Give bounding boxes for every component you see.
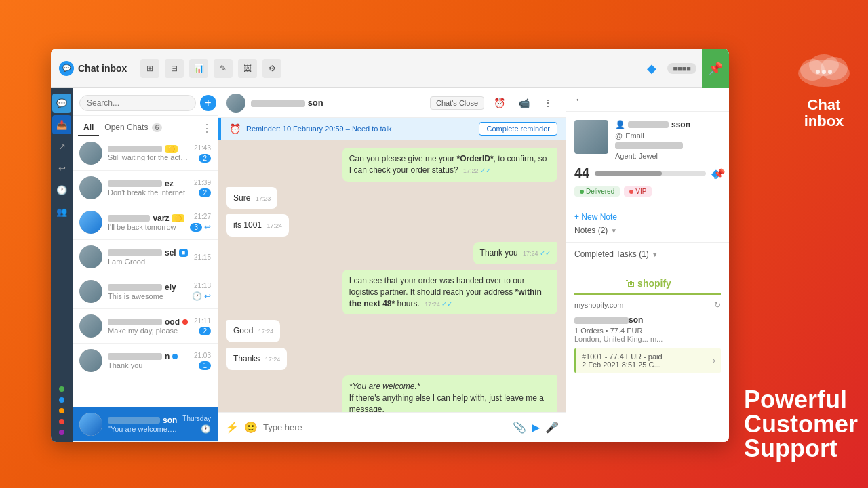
- chat-name: varz 🟡: [108, 214, 184, 223]
- message-received: Sure 17:23: [226, 187, 277, 209]
- sidebar-clock-icon[interactable]: 🕐: [52, 180, 71, 199]
- message-time: 17:22 ✓✓: [463, 167, 491, 174]
- dot-orange: [59, 408, 64, 413]
- chat-list: 🟡 Still waiting for the action 21:43 2 e…: [73, 136, 218, 407]
- add-chat-button[interactable]: +: [200, 95, 216, 111]
- contact-phone: [615, 141, 721, 149]
- blurred-name: [108, 180, 162, 187]
- chat-input-bar: ⚡ 🙂 📎 ▶ 🎤: [218, 412, 566, 442]
- blurred-name: [108, 249, 162, 256]
- selected-chat-item[interactable]: son "You are welcome." If there's an... …: [73, 407, 218, 442]
- blurred-name: [108, 353, 162, 360]
- chat-list-item[interactable]: n Thank you 21:03 1: [73, 344, 218, 378]
- sidebar-back-icon[interactable]: ↩: [52, 159, 71, 178]
- avatar: [79, 280, 102, 303]
- customer-shopify-name: son: [574, 315, 721, 325]
- quick-replies-icon[interactable]: ⚡: [225, 421, 239, 434]
- chat-name: n: [108, 352, 189, 361]
- chat-name: ely: [108, 283, 186, 292]
- complete-reminder-button[interactable]: Complete reminder: [479, 122, 557, 136]
- sidebar-people-icon[interactable]: 👥: [52, 202, 71, 221]
- right-panel: ← 👤 sson @ Email: [566, 88, 729, 442]
- chat-tab-menu[interactable]: ⋮: [201, 122, 212, 135]
- name-badge-yellow2: 🟡: [172, 214, 184, 222]
- unread-badge: 3: [190, 223, 202, 232]
- chat-list-item[interactable]: 🟡 Still waiting for the action 21:43 2: [73, 136, 218, 171]
- more-options-icon[interactable]: ⋮: [538, 94, 557, 113]
- tab-open-chats[interactable]: Open Chats 6: [99, 120, 167, 136]
- message-sent: *You are welcome.* If there's anything e…: [342, 375, 557, 412]
- contact-section: 👤 sson @ Email Agent: Jewel: [566, 112, 729, 205]
- top-bar-right: ◆ ■■■■: [642, 58, 696, 79]
- brand-overlay: Chatinbox: [793, 46, 854, 129]
- order-card[interactable]: #1001 - 77.4 EUR - paid 2 Feb 2021 8:51:…: [574, 348, 721, 373]
- tasks-header[interactable]: Completed Tasks (1) ▼: [574, 249, 721, 259]
- close-chat-button[interactable]: Chat's Close: [430, 96, 484, 110]
- message-received: its 1001 17:24: [226, 214, 289, 237]
- shopify-url-row: myshopify.com ↻: [574, 300, 721, 310]
- sidebar-share-icon[interactable]: ↗: [52, 137, 71, 156]
- sidebar-chat-icon[interactable]: 💬: [52, 94, 71, 113]
- customer-row: son 1 Orders • 77.4 EUR London, United K…: [574, 315, 721, 343]
- message-time: 17:24 ✓✓: [425, 301, 452, 308]
- contact-email-row: @ Email: [615, 131, 721, 140]
- dot-purple: [59, 430, 64, 435]
- search-input[interactable]: [79, 95, 196, 111]
- version-badge: ■■■■: [667, 63, 696, 74]
- chat-time: 21:11: [194, 317, 211, 325]
- contact-details: 👤 sson @ Email Agent: Jewel: [615, 120, 721, 160]
- name-badge-blue: ■: [179, 249, 188, 257]
- vip-tag: VIP: [624, 186, 652, 197]
- avatar: [79, 245, 102, 268]
- message-received: Thanks 17:24: [226, 348, 287, 370]
- chat-list-item[interactable]: sel ■ I am Grood 21:15: [73, 240, 218, 274]
- chat-time: 21:03: [194, 352, 211, 359]
- image-icon[interactable]: 🖼: [238, 59, 257, 78]
- add-note-button[interactable]: + New Note: [574, 212, 721, 222]
- mic-icon[interactable]: 🎤: [545, 421, 559, 434]
- message-sent: I can see that your order was handed ove…: [342, 270, 557, 314]
- avatar: [79, 349, 102, 372]
- pcs-line2: Customer: [744, 412, 858, 436]
- back-arrow-icon[interactable]: ←: [574, 94, 585, 106]
- delivered-dot: [580, 190, 584, 194]
- grid-icon-1[interactable]: ⊞: [140, 59, 159, 78]
- notes-dropdown-icon[interactable]: ▼: [610, 227, 617, 235]
- table-icon[interactable]: 📊: [189, 59, 208, 78]
- chat-list-item[interactable]: ely This is awesome 21:13 🕐 ↩: [73, 274, 218, 309]
- chat-name: 🟡: [108, 145, 189, 153]
- chat-info: ely This is awesome: [108, 283, 186, 300]
- chat-preview: I am Grood: [108, 258, 189, 266]
- reminder-icon[interactable]: ⏰: [490, 94, 509, 113]
- chat-preview: Thank you: [108, 361, 189, 369]
- chat-list-item[interactable]: ez Don't break the internet 21:39 2: [73, 171, 218, 205]
- shopify-bag-icon: 🛍: [624, 277, 635, 289]
- video-icon[interactable]: 📹: [514, 94, 533, 113]
- agent-row: Agent: Jewel: [615, 152, 721, 160]
- order-info: #1001 - 77.4 EUR - paid 2 Feb 2021 8:51:…: [582, 352, 663, 369]
- chat-list-item[interactable]: varz 🟡 I'll be back tomorrow 21:27 3 ↩: [73, 205, 218, 240]
- tab-all[interactable]: All: [78, 120, 99, 136]
- send-button[interactable]: ▶: [532, 421, 540, 434]
- blurred-name: [108, 146, 162, 152]
- edit-icon[interactable]: ✎: [214, 59, 233, 78]
- unread-badge: 2: [199, 327, 211, 336]
- attachment-icon[interactable]: 📎: [513, 421, 526, 434]
- stats-row: 44 ◆: [574, 165, 721, 181]
- message-sent: Thank you 17:24 ✓✓: [473, 242, 557, 264]
- emoji-icon[interactable]: 🙂: [244, 421, 258, 434]
- message-bubble: its 1001 17:24: [226, 214, 289, 237]
- avatar: [79, 142, 102, 165]
- chat-meta: 21:43 2: [194, 144, 211, 163]
- settings-icon[interactable]: ⚙: [262, 59, 281, 78]
- sidebar-inbox-icon[interactable]: 📥: [52, 115, 71, 134]
- pin-button[interactable]: 📌: [702, 49, 729, 88]
- chat-name: ez: [108, 179, 189, 188]
- grid-icon-2[interactable]: ⊟: [165, 59, 184, 78]
- refresh-icon[interactable]: ↻: [714, 300, 721, 310]
- chat-preview: Don't break the internet: [108, 188, 189, 197]
- order-chevron-icon[interactable]: ›: [713, 356, 715, 365]
- chat-list-item[interactable]: ood Make my day, please 21:11 2: [73, 309, 218, 344]
- chat-input[interactable]: [263, 422, 507, 432]
- message-bubble: *You are welcome.* If there's anything e…: [342, 375, 557, 412]
